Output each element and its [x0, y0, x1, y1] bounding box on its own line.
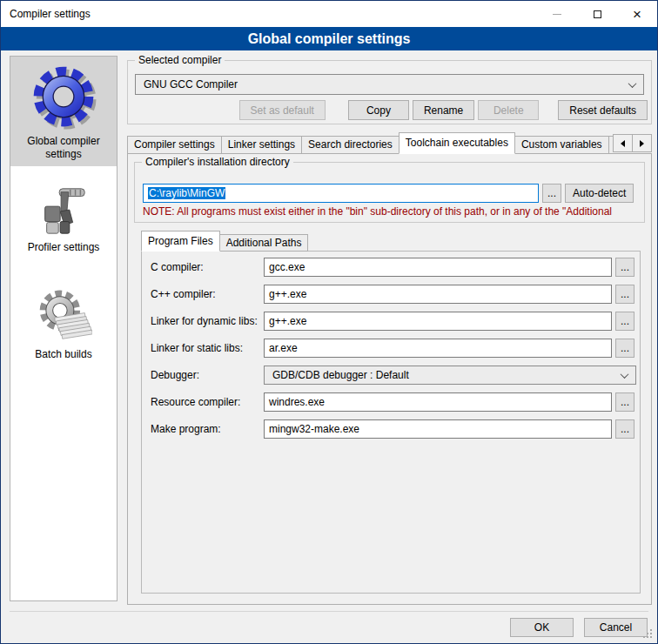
- minimize-icon: [553, 14, 561, 15]
- field-label-linker-for-dynamic-libs: Linker for dynamic libs:: [151, 315, 264, 327]
- copy-button[interactable]: Copy: [348, 100, 409, 120]
- bin-subdirectory-note: NOTE: All programs must exist either in …: [143, 205, 636, 218]
- installation-directory-row: C:\raylib\MinGW ... Auto-detect: [143, 184, 636, 203]
- tab-custom-variables[interactable]: Custom variables: [514, 136, 609, 154]
- tab-scroll-right-button[interactable]: [632, 134, 652, 152]
- row-make-program: Make program:mingw32-make.exe...: [151, 419, 640, 439]
- linker-for-dynamic-libs-browse-button[interactable]: ...: [615, 312, 634, 331]
- compiler-button-row: Set as defaultCopyRenameDeleteReset defa…: [128, 100, 651, 120]
- footer-divider: [10, 611, 648, 612]
- delete-button: Delete: [478, 100, 539, 120]
- subtab-additional-paths[interactable]: Additional Paths: [219, 234, 309, 252]
- minimize-button[interactable]: [537, 1, 577, 27]
- selected-compiler-group: Selected compiler GNU GCC Compiler Set a…: [127, 60, 652, 124]
- reset-defaults-button[interactable]: Reset defaults: [558, 100, 648, 120]
- install-dir-browse-button[interactable]: ...: [542, 184, 561, 203]
- linker-for-dynamic-libs-value: g++.exe: [269, 315, 306, 327]
- installation-directory-group: Compiler's installation directory C:\ray…: [134, 162, 645, 223]
- window-controls: ×: [537, 1, 657, 27]
- install-dir-selected-text: C:\raylib\MinGW: [148, 187, 225, 199]
- sidebar-item-label: Global compiler settings: [12, 135, 115, 161]
- close-icon: ×: [633, 7, 641, 22]
- gray-gear-papers-icon: [35, 287, 92, 345]
- c-compiler-browse-button[interactable]: ...: [615, 285, 634, 304]
- row-linker-for-dynamic-libs: Linker for dynamic libs:g++.exe...: [151, 312, 640, 331]
- c-compiler-value: g++.exe: [269, 288, 306, 300]
- c-compiler-browse-button[interactable]: ...: [615, 258, 634, 277]
- auto-detect-button[interactable]: Auto-detect: [565, 184, 634, 203]
- row-c-compiler: C++ compiler:g++.exe...: [151, 285, 640, 304]
- selected-compiler-group-label: Selected compiler: [135, 54, 225, 66]
- maximize-icon: [594, 10, 601, 18]
- close-button[interactable]: ×: [617, 1, 657, 27]
- main-content: Selected compiler GNU GCC Compiler Set a…: [127, 50, 652, 601]
- sidebar-item-label: Profiler settings: [28, 241, 100, 254]
- triangle-left-icon: [621, 140, 625, 147]
- row-debugger: Debugger:GDB/CDB debugger : Default: [151, 366, 640, 385]
- triangle-right-icon: [640, 140, 644, 147]
- row-linker-for-static-libs: Linker for static libs:ar.exe...: [151, 339, 640, 358]
- rename-button[interactable]: Rename: [413, 100, 474, 120]
- maximize-button[interactable]: [577, 1, 617, 27]
- chevron-down-icon: [628, 79, 637, 88]
- field-label-make-program: Make program:: [151, 423, 264, 435]
- tab-search-directories[interactable]: Search directories: [301, 136, 400, 154]
- titlebar[interactable]: Compiler settings ×: [1, 1, 657, 27]
- program-files-tab-strip: Program FilesAdditional Paths: [141, 231, 651, 252]
- dialog-header-title: Global compiler settings: [248, 31, 411, 46]
- caliper-blocks-icon: [37, 184, 91, 238]
- selected-compiler-value: GNU GCC Compiler: [144, 78, 629, 91]
- resource-compiler-input[interactable]: windres.exe: [264, 392, 612, 412]
- main-tab-strip: Compiler settingsLinker settingsSearch d…: [127, 132, 652, 154]
- chevron-down-icon: [621, 370, 629, 379]
- selected-compiler-dropdown[interactable]: GNU GCC Compiler: [135, 74, 644, 95]
- row-resource-compiler: Resource compiler:windres.exe...: [151, 392, 640, 412]
- c-compiler-input[interactable]: gcc.exe: [264, 258, 612, 277]
- installation-directory-group-label: Compiler's installation directory: [142, 156, 293, 168]
- compiler-settings-dialog: Compiler settings × Global compiler sett…: [0, 0, 658, 644]
- c-compiler-input[interactable]: g++.exe: [264, 285, 612, 304]
- resource-compiler-browse-button[interactable]: ...: [615, 392, 634, 412]
- sidebar-item-label: Batch builds: [35, 348, 91, 361]
- debugger-dropdown[interactable]: GDB/CDB debugger : Default: [264, 366, 636, 385]
- dialog-header: Global compiler settings: [1, 27, 657, 50]
- tab-toolchain-executables[interactable]: Toolchain executables: [399, 132, 515, 154]
- make-program-input[interactable]: mingw32-make.exe: [264, 419, 612, 439]
- field-label-linker-for-static-libs: Linker for static libs:: [151, 342, 264, 354]
- field-label-c-compiler: C++ compiler:: [151, 288, 264, 300]
- linker-for-static-libs-input[interactable]: ar.exe: [264, 339, 612, 358]
- tab-linker-settings[interactable]: Linker settings: [221, 136, 302, 154]
- linker-for-static-libs-browse-button[interactable]: ...: [615, 339, 634, 358]
- c-compiler-value: gcc.exe: [269, 261, 305, 273]
- sidebar-item-profiler-settings[interactable]: Profiler settings: [10, 178, 117, 259]
- toolchain-executables-page: Compiler's installation directory C:\ray…: [127, 153, 652, 605]
- tab-compiler-settings[interactable]: Compiler settings: [127, 136, 222, 154]
- cancel-button[interactable]: Cancel: [584, 618, 648, 637]
- sidebar-item-global-compiler-settings[interactable]: Global compiler settings: [10, 57, 117, 166]
- settings-category-list: Global compiler settings Profiler settin…: [10, 56, 118, 601]
- field-label-resource-compiler: Resource compiler:: [151, 396, 264, 408]
- sidebar-item-batch-builds[interactable]: Batch builds: [10, 282, 117, 366]
- ok-button[interactable]: OK: [510, 618, 574, 637]
- field-label-c-compiler: C compiler:: [151, 261, 264, 273]
- linker-for-dynamic-libs-input[interactable]: g++.exe: [264, 312, 612, 331]
- linker-for-static-libs-value: ar.exe: [269, 342, 298, 354]
- row-c-compiler: C compiler:gcc.exe...: [151, 258, 640, 277]
- debugger-value: GDB/CDB debugger : Default: [272, 369, 621, 381]
- field-label-debugger: Debugger:: [151, 369, 264, 381]
- program-files-page: C compiler:gcc.exe...C++ compiler:g++.ex…: [141, 251, 641, 594]
- install-dir-input[interactable]: C:\raylib\MinGW: [143, 184, 539, 203]
- subtab-program-files[interactable]: Program Files: [141, 231, 220, 252]
- blue-gear-icon: [29, 62, 98, 131]
- make-program-value: mingw32-make.exe: [269, 423, 359, 435]
- resource-compiler-value: windres.exe: [269, 396, 325, 408]
- tab-scroll-arrows: [614, 134, 652, 152]
- set-as-default-button: Set as default: [239, 100, 326, 120]
- tab-scroll-left-button[interactable]: [613, 134, 633, 152]
- resize-grip[interactable]: [643, 629, 645, 631]
- window-title: Compiler settings: [10, 1, 91, 27]
- make-program-browse-button[interactable]: ...: [615, 419, 634, 439]
